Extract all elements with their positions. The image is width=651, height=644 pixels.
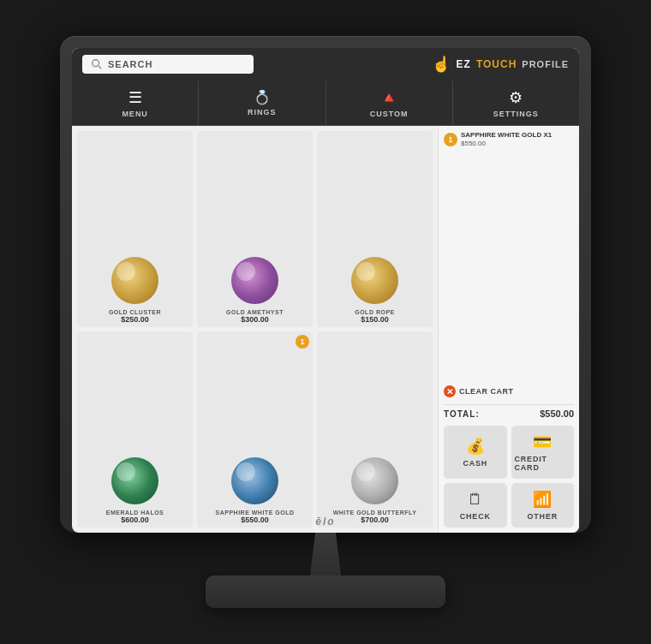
search-label: SEARCH xyxy=(108,59,152,69)
cart-panel: 1 SAPPHIRE WHITE GOLD X1 $550.00 ✕ CLEAR… xyxy=(438,126,579,533)
nav-row: ☰ MENU 💍 RINGS 🔺 CUSTOM ⚙ SETTINGS xyxy=(72,80,579,126)
credit-card-icon: 💳 xyxy=(533,432,552,451)
other-icon: 📶 xyxy=(533,490,552,509)
cart-item-badge: 1 xyxy=(444,133,457,146)
ring-visual-sapphire xyxy=(231,457,278,504)
ring-visual-gold-amethyst xyxy=(231,257,278,304)
payment-grid: 💰 CASH 💳 CREDIT CARD 🗒 CHECK xyxy=(444,426,574,528)
nav-rings[interactable]: 💍 RINGS xyxy=(199,80,326,125)
product-grid: GOLD CLUSTER $250.00 GOLD AMETHYST $300.… xyxy=(72,126,438,533)
svg-point-0 xyxy=(93,60,99,67)
ring-visual-emerald xyxy=(111,457,158,504)
top-bar: SEARCH ☝ EZTOUCH PROFILE xyxy=(72,48,579,80)
brand-ez: EZ xyxy=(457,58,471,70)
product-price: $150.00 xyxy=(355,315,395,324)
product-name: GOLD ROPE xyxy=(355,309,395,315)
product-info: WHITE GOLD BUTTERFLY $700.00 xyxy=(333,510,417,524)
credit-card-button[interactable]: 💳 CREDIT CARD xyxy=(511,426,575,479)
cart-item-row: 1 SAPPHIRE WHITE GOLD X1 $550.00 xyxy=(444,131,574,147)
product-gold-rope[interactable]: GOLD ROPE $150.00 xyxy=(317,131,433,327)
custom-icon: 🔺 xyxy=(379,88,398,107)
monitor-stand xyxy=(206,533,445,608)
product-price: $700.00 xyxy=(333,516,417,524)
brand-profile: PROFILE xyxy=(522,59,569,69)
product-name: EMERALD HALOS xyxy=(106,510,164,516)
product-emerald-halos[interactable]: EMERALD HALOS $600.00 xyxy=(77,331,193,528)
elo-logo: ēlo xyxy=(315,516,335,528)
product-name: WHITE GOLD BUTTERFLY xyxy=(333,510,417,516)
other-button[interactable]: 📶 OTHER xyxy=(511,483,575,528)
cart-item-price: $550.00 xyxy=(461,140,574,147)
clear-cart-icon: ✕ xyxy=(444,385,456,397)
product-info: SAPPHIRE WHITE GOLD $550.00 xyxy=(216,510,295,524)
check-icon: 🗒 xyxy=(468,491,483,509)
check-label: CHECK xyxy=(460,512,491,521)
product-info: EMERALD HALOS $600.00 xyxy=(106,510,164,524)
ring-visual-gold-cluster xyxy=(111,257,158,304)
monitor-outer: SEARCH ☝ EZTOUCH PROFILE ☰ MENU 💍 xyxy=(60,36,591,533)
quantity-badge: 1 xyxy=(296,335,309,349)
rings-icon: 💍 xyxy=(254,89,271,105)
stand-base xyxy=(206,575,445,608)
eztouch-brand: ☝ EZTOUCH PROFILE xyxy=(432,55,569,74)
product-sapphire-white-gold[interactable]: 1 SAPPHIRE WHITE GOLD $550.00 xyxy=(197,331,313,528)
product-price: $300.00 xyxy=(226,315,284,324)
screen: SEARCH ☝ EZTOUCH PROFILE ☰ MENU 💍 xyxy=(72,48,579,533)
product-info: GOLD AMETHYST $300.00 xyxy=(226,309,284,324)
nav-custom[interactable]: 🔺 CUSTOM xyxy=(326,80,453,125)
rings-label: RINGS xyxy=(248,108,277,116)
main-area: GOLD CLUSTER $250.00 GOLD AMETHYST $300.… xyxy=(72,126,579,533)
product-info: GOLD ROPE $150.00 xyxy=(355,309,395,324)
total-amount: $550.00 xyxy=(540,408,574,419)
stand-neck xyxy=(300,533,351,575)
search-icon xyxy=(91,58,103,70)
product-white-gold-butterfly[interactable]: WHITE GOLD BUTTERFLY $700.00 xyxy=(317,331,433,528)
nav-settings[interactable]: ⚙ SETTINGS xyxy=(453,80,579,125)
total-label: TOTAL: xyxy=(444,409,480,419)
product-gold-amethyst[interactable]: GOLD AMETHYST $300.00 xyxy=(197,131,313,327)
ring-visual-gold-rope xyxy=(351,257,398,304)
cash-label: CASH xyxy=(463,459,487,468)
svg-line-1 xyxy=(99,66,101,69)
cash-button[interactable]: 💰 CASH xyxy=(444,426,507,479)
total-row: TOTAL: $550.00 xyxy=(444,404,574,419)
menu-icon: ☰ xyxy=(128,88,142,107)
product-gold-cluster[interactable]: GOLD CLUSTER $250.00 xyxy=(77,131,193,327)
product-info: GOLD CLUSTER $250.00 xyxy=(109,309,161,324)
check-button[interactable]: 🗒 CHECK xyxy=(444,483,507,528)
brand-touch: TOUCH xyxy=(476,58,517,70)
product-name: GOLD CLUSTER xyxy=(109,309,161,315)
menu-label: MENU xyxy=(122,110,148,118)
product-name: GOLD AMETHYST xyxy=(226,309,284,315)
screen-bezel: SEARCH ☝ EZTOUCH PROFILE ☰ MENU 💍 xyxy=(72,48,579,533)
clear-cart-button[interactable]: ✕ CLEAR CART xyxy=(444,385,574,397)
product-price: $250.00 xyxy=(109,315,161,324)
settings-label: SETTINGS xyxy=(493,110,539,118)
search-box[interactable]: SEARCH xyxy=(82,55,254,74)
product-price: $600.00 xyxy=(106,516,164,524)
cart-item-name: SAPPHIRE WHITE GOLD X1 xyxy=(461,131,574,140)
cart-item-info: SAPPHIRE WHITE GOLD X1 $550.00 xyxy=(461,131,574,147)
product-price: $550.00 xyxy=(216,516,295,524)
other-label: OTHER xyxy=(528,512,558,521)
settings-icon: ⚙ xyxy=(509,88,523,107)
nav-menu[interactable]: ☰ MENU xyxy=(72,80,199,125)
product-name: SAPPHIRE WHITE GOLD xyxy=(216,510,295,516)
ring-visual-butterfly xyxy=(351,457,398,504)
touch-finger-icon: ☝ xyxy=(432,55,451,74)
credit-card-label: CREDIT CARD xyxy=(515,455,571,472)
monitor-assembly: SEARCH ☝ EZTOUCH PROFILE ☰ MENU 💍 xyxy=(60,36,591,608)
custom-label: CUSTOM xyxy=(370,110,409,118)
clear-cart-label: CLEAR CART xyxy=(459,387,514,396)
cash-icon: 💰 xyxy=(466,437,485,456)
